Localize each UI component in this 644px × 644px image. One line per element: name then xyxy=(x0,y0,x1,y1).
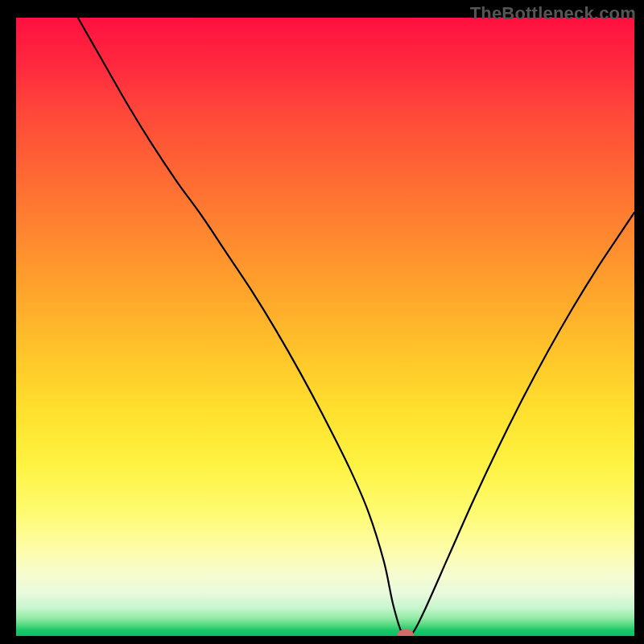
bottleneck-curve xyxy=(78,18,634,636)
curve-overlay xyxy=(16,18,634,636)
plot-area xyxy=(16,18,634,636)
watermark-text: TheBottleneck.com xyxy=(470,3,636,24)
chart-frame: TheBottleneck.com xyxy=(0,0,644,644)
